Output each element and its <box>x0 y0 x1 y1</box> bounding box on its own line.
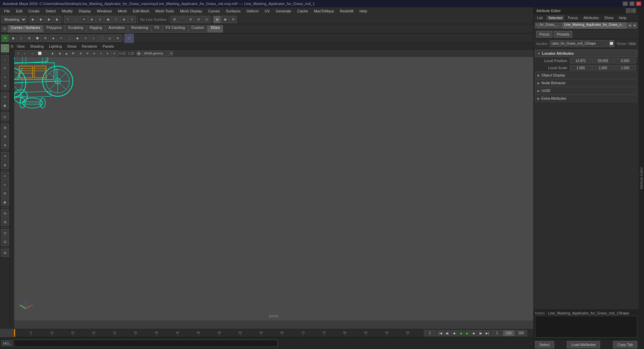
vp-display-6[interactable]: ⊘ <box>111 50 117 56</box>
render-view-btn[interactable]: ◉ <box>1 198 9 206</box>
vp-shading-6[interactable]: ◓ <box>70 50 76 56</box>
icon-tool-14[interactable]: ◎ <box>106 35 113 42</box>
attr-tab-focus[interactable]: Focus <box>566 15 580 20</box>
vp-tool-3[interactable]: ◁ <box>29 50 35 56</box>
fx-tab[interactable]: FX <box>152 25 162 33</box>
attr-close[interactable]: ✕ <box>631 8 636 13</box>
tool7[interactable]: ◈ <box>120 16 128 23</box>
select-mode-btn[interactable]: ↖ <box>1 44 9 52</box>
menu-item-generate[interactable]: Generate <box>273 8 294 14</box>
attr-editor-vertical-label[interactable]: Attribute Editor <box>639 7 644 349</box>
snap-live[interactable]: ◎ <box>203 16 210 23</box>
attr-tab-attributes[interactable]: Attributes <box>581 15 601 20</box>
presets-button[interactable]: Presets <box>554 31 572 38</box>
attr-tab-list[interactable]: List <box>535 15 545 20</box>
tool-settings-btn[interactable]: ⚙ <box>1 189 9 197</box>
copy-tab-button[interactable]: Copy Tab <box>613 341 637 348</box>
shading-menu[interactable]: Shading <box>29 44 45 48</box>
icon-tool-7[interactable]: ◈ <box>50 35 57 42</box>
lighting-menu[interactable]: Lighting <box>48 44 63 48</box>
tool8[interactable]: ≡ <box>128 16 136 23</box>
vp-display-1[interactable]: ⊞ <box>78 50 84 56</box>
show-manip-btn[interactable]: ◎ <box>1 112 9 120</box>
range-max-input[interactable] <box>515 330 527 336</box>
vp-shading-2[interactable]: ⬛ <box>43 50 49 56</box>
rotate-tool-btn[interactable]: ↻ <box>1 64 9 72</box>
rigging-tab[interactable]: Rigging <box>87 25 105 33</box>
play-back-btn[interactable]: ◀ <box>458 330 464 336</box>
icon-tool-13[interactable]: ⬛ <box>98 35 105 42</box>
polygons-tab[interactable]: Polygons <box>43 25 64 33</box>
hide-link[interactable]: Hide <box>628 42 636 46</box>
sidebar-toggle[interactable]: ☰ <box>1 26 7 32</box>
custom-tab[interactable]: Custom <box>189 25 207 33</box>
soft-mod-btn[interactable]: ⊙ <box>1 93 9 101</box>
locator-section-header[interactable]: ▼ Locator Attributes <box>535 50 637 57</box>
menu-item-edit-mesh[interactable]: Edit Mesh <box>130 8 152 14</box>
load-attributes-button[interactable]: Load Attributes <box>567 341 600 348</box>
local-scale-z[interactable]: 1.000 <box>614 65 636 70</box>
focus-button[interactable]: Focus <box>536 31 552 38</box>
vp-display-2[interactable]: ⊕ <box>85 50 91 56</box>
prev-frame-btn[interactable]: ◀ <box>451 330 457 336</box>
toolbar-btn-3[interactable]: ▶ <box>46 16 53 23</box>
left-icon-23[interactable]: ⊟ <box>1 238 9 246</box>
snap-view[interactable]: ⊛ <box>195 16 202 23</box>
scale-tool-btn[interactable]: ⤡ <box>1 73 9 81</box>
view-menu[interactable]: View <box>15 44 26 48</box>
close-button[interactable]: ✕ <box>636 1 641 6</box>
xgen-tab[interactable]: XGen <box>207 25 223 33</box>
menu-item-edit[interactable]: Edit <box>13 8 25 14</box>
menu-item-create[interactable]: Create <box>26 8 42 14</box>
icon-tool-5[interactable]: ⬢ <box>34 35 41 42</box>
icon-tool-9[interactable]: ⬚ <box>66 35 73 42</box>
object-display-header[interactable]: ▶ Object Display <box>535 71 637 79</box>
attr-editor-btn[interactable]: ≡ <box>1 181 9 189</box>
tool5[interactable]: ◉ <box>104 16 112 23</box>
menu-item-display[interactable]: Display <box>76 8 94 14</box>
vp-shading-1[interactable]: ⬜ <box>37 50 43 56</box>
menu-item-curves[interactable]: Curves <box>206 8 223 14</box>
animation-tab[interactable]: Animation <box>105 25 128 33</box>
snap-view-btn[interactable]: ⊛ <box>1 141 9 149</box>
renderer-menu[interactable]: Renderer <box>80 44 99 48</box>
snap-grid[interactable]: ⊞ <box>171 16 178 23</box>
go-end-btn[interactable]: ▶| <box>484 330 490 336</box>
local-pos-x[interactable]: 14.971 <box>570 58 591 63</box>
paint-tool[interactable]: ✦ <box>80 16 88 23</box>
notes-textarea[interactable] <box>535 316 637 338</box>
vp-display-5[interactable]: ⊛ <box>105 50 111 56</box>
go-start-btn[interactable]: |◀ <box>437 330 443 336</box>
sculpt-btn[interactable]: ◉ <box>1 101 9 109</box>
icon-tool-10[interactable]: ◆ <box>74 35 81 42</box>
icon-tool-4[interactable]: ⊞ <box>25 35 33 42</box>
node-prev-arrow[interactable]: ◀ <box>627 22 632 29</box>
menu-item-modify[interactable]: Modify <box>59 8 75 14</box>
toolbar-btn-1[interactable]: ▶ <box>30 16 37 23</box>
left-icon-21[interactable]: ⊞ <box>1 218 9 226</box>
gamma-dropdown[interactable]: ▼ <box>170 51 173 56</box>
vp-shading-5[interactable]: ◒ <box>63 50 69 56</box>
local-pos-z[interactable]: 0.000 <box>614 58 636 63</box>
prev-key-btn[interactable]: ◀| <box>444 330 450 336</box>
next-frame-btn[interactable]: ▶ <box>471 330 477 336</box>
vp-tool-2[interactable]: ▷ <box>22 50 28 56</box>
menu-item-redshift[interactable]: Redshift <box>337 8 356 14</box>
menu-item-mesh-display[interactable]: Mesh Display <box>177 8 205 14</box>
snap-point[interactable]: ⊕ <box>187 16 194 23</box>
sculpting-tab[interactable]: Sculpting <box>65 25 86 33</box>
vp-display-3[interactable]: ⊗ <box>91 50 97 56</box>
tweak-tool[interactable]: ◈ <box>88 16 96 23</box>
menu-item-mesh-tools[interactable]: Mesh Tools <box>153 8 176 14</box>
vp-display-4[interactable]: ⊙ <box>98 50 104 56</box>
range-end-input[interactable] <box>503 330 515 336</box>
menu-item-deform[interactable]: Deform <box>244 8 261 14</box>
icon-tool-1[interactable]: ✦ <box>1 35 9 42</box>
tool6[interactable]: ⬡ <box>112 16 120 23</box>
icon-tool-2[interactable]: ◉ <box>9 35 17 42</box>
icon-tool-15[interactable]: ⊛ <box>114 35 121 42</box>
local-scale-x[interactable]: 1.000 <box>570 65 591 70</box>
ipr-btn[interactable]: ◉ <box>221 16 229 23</box>
menu-item-select[interactable]: Select <box>43 8 59 14</box>
vp-shading-4[interactable]: ◑ <box>57 50 63 56</box>
